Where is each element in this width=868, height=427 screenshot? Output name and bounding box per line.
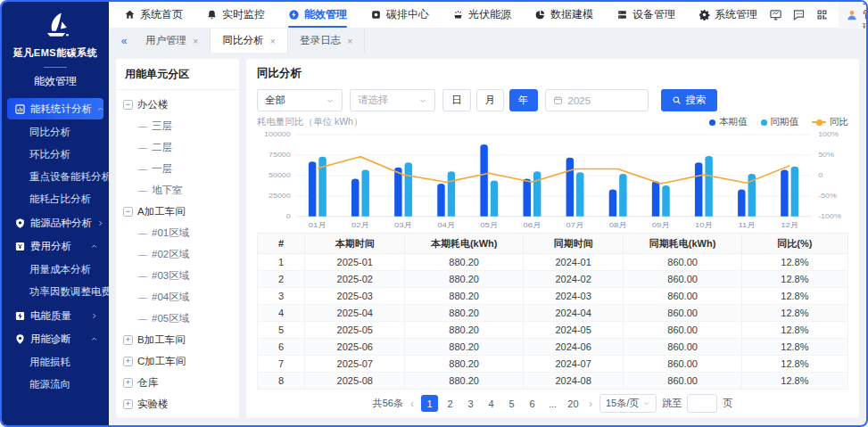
page-button[interactable]: 1 <box>421 395 438 412</box>
tree-leaf[interactable]: #05区域 <box>123 308 232 329</box>
main-area: 系统首页实时监控能效管理碳排中心光伏能源数据建模设备管理系统管理 超级管理员 «… <box>109 2 866 425</box>
legend-item[interactable]: 同期值 <box>761 116 799 128</box>
period-button[interactable]: 年 <box>509 89 538 111</box>
legend-dot <box>709 119 715 126</box>
period-button[interactable]: 月 <box>476 89 505 111</box>
jump-page-input[interactable] <box>687 394 717 413</box>
tab-close-icon[interactable]: × <box>193 36 198 46</box>
tree-leaf[interactable]: #01区域 <box>123 222 232 243</box>
chart-header: 耗电量同比（单位 kWh） 本期值同期值同比 <box>257 116 848 128</box>
table-cell: 6 <box>258 339 305 356</box>
collapse-tabs-button[interactable]: « <box>114 29 134 53</box>
page-size-select[interactable]: 15条/页 <box>599 394 657 413</box>
tree-leaf[interactable]: 一层 <box>123 158 232 179</box>
topnav-item[interactable]: 设备管理 <box>605 2 687 28</box>
bar-previous <box>361 169 368 216</box>
topnav-item[interactable]: 系统首页 <box>112 2 194 28</box>
message-icon <box>792 8 806 21</box>
svg-text:07月: 07月 <box>566 221 584 229</box>
legend-item[interactable]: 同比 <box>812 116 848 128</box>
sidebar-subitem[interactable]: 同比分析 <box>2 121 109 144</box>
legend-item[interactable]: 本期值 <box>709 116 748 128</box>
tree-node[interactable]: −A加工车间 <box>123 201 232 222</box>
sidebar-item[interactable]: 用能诊断 <box>7 328 103 349</box>
sidebar-item-label: 用能诊断 <box>30 333 86 346</box>
page-button[interactable]: 20 <box>565 395 582 412</box>
bar-current <box>437 184 444 217</box>
tree-leaf[interactable]: 二层 <box>123 136 232 158</box>
sidebar-subitem[interactable]: 环比分析 <box>2 144 109 166</box>
period-button[interactable]: 日 <box>442 89 471 111</box>
variety-icon <box>14 218 26 229</box>
expand-node-icon[interactable]: + <box>123 357 133 366</box>
tree-leaf[interactable]: #04区域 <box>123 286 232 308</box>
tree-leaf[interactable]: #03区域 <box>123 265 232 286</box>
prev-page-button[interactable]: ‹ <box>409 398 416 410</box>
tab[interactable]: 用户管理× <box>134 29 211 53</box>
table-column-header: 同期时间 <box>523 234 624 254</box>
search-button[interactable]: 搜索 <box>661 89 717 111</box>
tree-node[interactable]: +C加工车间 <box>123 350 232 372</box>
page-button[interactable]: 5 <box>503 395 520 412</box>
sidebar-item[interactable]: 能耗统计分析 <box>7 98 103 119</box>
sidebar-item[interactable]: 能源品种分析 <box>7 212 103 234</box>
stats-icon <box>14 103 26 115</box>
sidebar-item[interactable]: 电能质量 <box>7 305 103 326</box>
logo-area: 延凡EMS能碳系统 能效管理 <box>2 2 109 94</box>
tree-leaf[interactable]: #02区域 <box>123 243 232 265</box>
tree-node[interactable]: +仓库 <box>123 372 232 393</box>
sidebar-subitem[interactable]: 重点设备能耗分析 <box>2 166 109 188</box>
tree-node[interactable]: +B加工车间 <box>123 329 232 350</box>
table-cell: 12.8% <box>741 356 847 373</box>
tab-close-icon[interactable]: × <box>269 36 275 46</box>
expand-node-icon[interactable]: + <box>123 399 133 409</box>
svg-text:50%: 50% <box>818 152 834 159</box>
toolbar-message-button[interactable] <box>792 8 806 21</box>
topnav-item[interactable]: 光伏能源 <box>441 2 523 28</box>
toolbar-qrcode-button[interactable] <box>815 8 829 21</box>
device-select[interactable]: 请选择 <box>350 89 435 111</box>
collapse-node-icon[interactable]: − <box>123 207 133 217</box>
topnav-item[interactable]: 系统管理 <box>687 2 769 28</box>
topnav-item[interactable]: 碳排中心 <box>359 2 441 28</box>
chevron-down-icon <box>326 96 335 105</box>
sidebar-subitem[interactable]: 功率因数调整电费 <box>2 281 109 303</box>
caret-up-icon <box>90 242 98 250</box>
year-picker[interactable]: 2025 <box>545 89 649 111</box>
expand-node-icon[interactable]: + <box>123 335 133 345</box>
sidebar-subitem[interactable]: 能源流向 <box>2 374 109 396</box>
svg-text:100000: 100000 <box>264 131 291 138</box>
bar-current <box>695 162 702 217</box>
tree-node[interactable]: +实验楼 <box>123 393 232 415</box>
topnav-tools <box>769 8 829 21</box>
collapse-node-icon[interactable]: − <box>123 100 133 110</box>
tree-leaf[interactable]: 地下室 <box>123 179 232 201</box>
page-button[interactable]: 6 <box>524 395 541 412</box>
page-button[interactable]: 2 <box>442 395 459 412</box>
bar-previous <box>533 171 541 216</box>
quality-icon <box>14 310 26 322</box>
sidebar-item[interactable]: 费用分析 <box>7 235 103 257</box>
topnav-item[interactable]: 数据建模 <box>523 2 605 28</box>
expand-node-icon[interactable]: + <box>123 378 133 388</box>
table-cell: 12.8% <box>741 339 847 356</box>
legend-label: 同期值 <box>771 116 799 128</box>
tree-node[interactable]: −办公楼 <box>123 94 232 115</box>
sidebar-subitem[interactable]: 能耗占比分析 <box>2 188 109 210</box>
gear-icon <box>699 9 710 21</box>
scope-select[interactable]: 全部 <box>257 89 343 111</box>
next-page-button[interactable]: › <box>587 398 594 410</box>
tab-close-icon[interactable]: × <box>347 36 352 46</box>
page-button[interactable]: 4 <box>483 395 500 412</box>
tab[interactable]: 同比分析× <box>211 29 287 53</box>
topnav-item[interactable]: 实时监控 <box>194 2 277 28</box>
home-icon <box>124 9 136 21</box>
sidebar-subitem[interactable]: 用量成本分析 <box>2 259 109 281</box>
topnav-item[interactable]: 能效管理 <box>277 2 359 28</box>
tab[interactable]: 登录日志× <box>288 29 365 53</box>
page-button[interactable]: 3 <box>462 395 479 412</box>
sidebar-subitem[interactable]: 用能损耗 <box>2 351 109 374</box>
toolbar-screen-button[interactable] <box>769 8 782 21</box>
tree-leaf[interactable]: 三层 <box>123 115 232 136</box>
table-cell: 12.8% <box>741 288 847 305</box>
